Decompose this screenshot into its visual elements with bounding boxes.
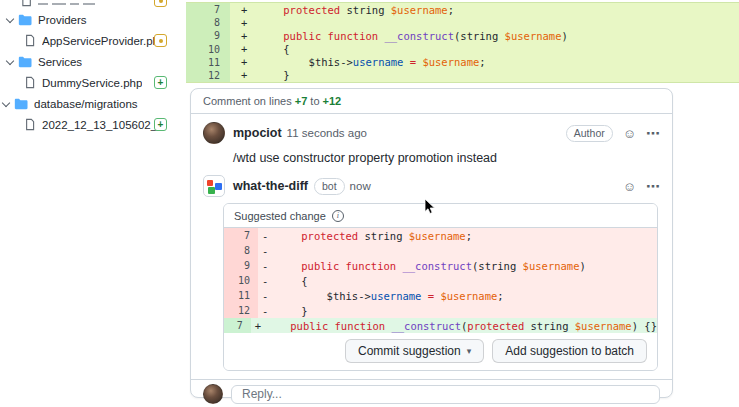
bot-author[interactable]: what-the-diff: [233, 179, 308, 193]
line-number[interactable]: 7: [224, 228, 258, 243]
line-number[interactable]: 9: [186, 29, 230, 42]
line-number[interactable]: 11: [224, 288, 258, 303]
line-number[interactable]: 8: [186, 16, 230, 29]
suggested-change-header: Suggested change i: [224, 204, 657, 228]
folder-icon: [14, 98, 28, 110]
diff-line-11: 11+ $this->username = $username;: [186, 56, 739, 69]
code-token: __construct: [402, 260, 472, 272]
commit-suggestion-label: Commit suggestion: [358, 344, 461, 358]
line-number[interactable]: 9: [224, 258, 258, 273]
code-token: string: [460, 30, 504, 42]
diff-code: $this->username = $username;: [276, 288, 657, 303]
diff-code: [258, 16, 739, 29]
code-token: string: [524, 320, 575, 332]
code-token: public function: [290, 320, 385, 332]
code-token: $username: [422, 56, 479, 68]
code-token: string: [340, 4, 391, 16]
add-suggestion-to-batch-button[interactable]: Add suggestion to batch: [492, 339, 647, 363]
code-token: public function: [283, 30, 378, 42]
comment-menu-icon[interactable]: ⋯: [646, 179, 660, 193]
clipped-file-row[interactable]: [0, 0, 186, 9]
code-token: }: [276, 305, 308, 317]
suggestion-line-del-7: 7- protected string $username;: [224, 228, 657, 243]
diff-sign: -: [258, 228, 276, 243]
line-link-from[interactable]: +7: [295, 95, 308, 107]
lines-header-mid: to: [307, 95, 322, 107]
code-token: [258, 30, 283, 42]
code-token: string: [358, 230, 409, 242]
sidebar-item-2022-12-13-105602-create[interactable]: 2022_12_13_105602_create_...+: [0, 114, 186, 135]
code-token: $username: [440, 290, 497, 302]
avatar-what-the-diff[interactable]: [203, 175, 225, 197]
suggestion-line-del-10: 10- {: [224, 273, 657, 288]
sidebar-item-database-migrations[interactable]: database/migrations: [0, 93, 186, 114]
code-token: ->: [340, 56, 353, 68]
line-number[interactable]: 7: [224, 318, 251, 333]
code-token: public function: [301, 260, 396, 272]
diff-sign: +: [230, 56, 258, 69]
suggested-change-title: Suggested change: [234, 210, 326, 222]
code-token: string: [478, 260, 522, 272]
chevron-down-icon: [2, 100, 10, 108]
diff-sign: +: [230, 16, 258, 29]
line-number[interactable]: 12: [224, 303, 258, 318]
sidebar-item-label: DummyService.php: [42, 77, 142, 89]
suggestion-line-del-11: 11- $this->username = $username;: [224, 288, 657, 303]
diff-code: $this->username = $username;: [258, 56, 739, 69]
line-number[interactable]: 7: [186, 3, 230, 16]
reply-input[interactable]: [231, 385, 660, 404]
file-icon: [20, 0, 33, 9]
info-icon[interactable]: i: [332, 210, 344, 222]
code-token: $username: [505, 30, 562, 42]
chevron-down-icon: [6, 16, 14, 24]
commit-suggestion-button[interactable]: Commit suggestion ▾: [345, 339, 484, 363]
comment-mpociot: mpociot 11 seconds ago Author ☺ ⋯ /wtd u…: [191, 114, 672, 167]
line-number[interactable]: 10: [224, 273, 258, 288]
comment-timestamp[interactable]: 11 seconds ago: [287, 127, 367, 139]
clipped-text: [38, 3, 48, 5]
diff-code: protected string $username;: [258, 3, 739, 16]
comment-what-the-diff: what-the-diff bot now ☺ ⋯ Suggested chan…: [191, 167, 672, 379]
file-modified-icon: [154, 0, 167, 7]
diff-code: protected string $username;: [276, 228, 657, 243]
code-token: $username: [391, 4, 448, 16]
line-number[interactable]: 12: [186, 69, 230, 82]
code-token: __construct: [384, 30, 454, 42]
code-token: $username: [575, 320, 632, 332]
suggestion-actions: Commit suggestion ▾ Add suggestion to ba…: [224, 333, 657, 370]
sidebar-item-appserviceprovider-php[interactable]: AppServiceProvider.php: [0, 30, 186, 51]
avatar-mpociot[interactable]: [203, 122, 225, 144]
line-number[interactable]: 10: [186, 43, 230, 56]
code-token: ;: [497, 290, 503, 302]
line-number[interactable]: 11: [186, 56, 230, 69]
bot-badge: bot: [314, 178, 345, 195]
reply-section: [191, 379, 672, 407]
diff-line-7: 7+ protected string $username;: [186, 3, 739, 16]
file-icon: [24, 76, 36, 89]
chevron-down-icon: [6, 58, 14, 66]
folder-icon: [18, 56, 32, 68]
bot-timestamp[interactable]: now: [350, 180, 371, 192]
sidebar-item-label: AppServiceProvider.php: [42, 35, 160, 47]
code-token: ): [562, 30, 568, 42]
diff-sign: +: [230, 3, 258, 16]
review-thread-card: Comment on lines +7 to +12 mpociot 11 se…: [190, 88, 673, 398]
sidebar-item-dummyservice-php[interactable]: DummyService.php+: [0, 72, 186, 93]
diff-sign: +: [230, 43, 258, 56]
folder-icon: [18, 14, 32, 26]
comment-menu-icon[interactable]: ⋯: [646, 126, 660, 140]
code-token: username: [371, 290, 422, 302]
diff-code: {: [258, 43, 739, 56]
author-badge: Author: [566, 125, 613, 142]
diff-code: public function __construct(protected st…: [265, 318, 657, 333]
file-modified-icon: [154, 34, 167, 47]
sidebar-item-services[interactable]: Services: [0, 51, 186, 72]
line-number[interactable]: 8: [224, 243, 258, 258]
add-reaction-icon[interactable]: ☺: [623, 180, 636, 193]
sidebar-item-providers[interactable]: Providers: [0, 9, 186, 30]
diff-sign: +: [230, 69, 258, 82]
comment-author[interactable]: mpociot: [233, 126, 282, 140]
suggested-change-panel: Suggested change i 7- protected string $…: [223, 203, 658, 371]
add-reaction-icon[interactable]: ☺: [623, 127, 636, 140]
line-link-to[interactable]: +12: [323, 95, 342, 107]
